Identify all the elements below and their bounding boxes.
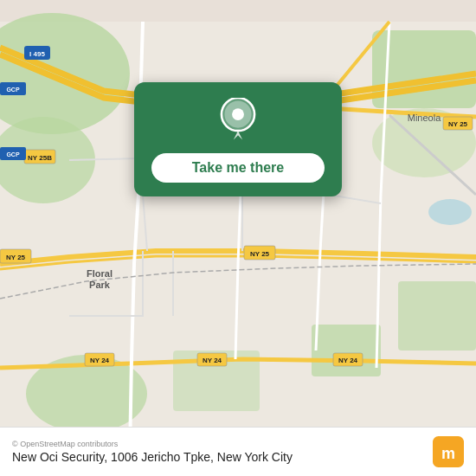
- svg-point-9: [428, 199, 472, 225]
- location-pin-icon: [215, 98, 261, 143]
- moovit-logo: m: [433, 436, 464, 467]
- bottom-bar: © OpenStreetMap contributors New Oci Sec…: [0, 427, 476, 476]
- svg-point-38: [232, 108, 244, 120]
- bottom-info: © OpenStreetMap contributors New Oci Sec…: [12, 440, 293, 464]
- svg-text:I 495: I 495: [29, 50, 45, 58]
- take-me-there-button[interactable]: Take me there: [151, 153, 325, 183]
- svg-text:GCP: GCP: [6, 87, 20, 93]
- svg-rect-5: [312, 325, 381, 376]
- location-name: New Oci Security, 1006 Jericho Tpke, New…: [12, 450, 293, 464]
- svg-text:NY 24: NY 24: [338, 357, 358, 364]
- svg-text:NY 25B: NY 25B: [28, 154, 52, 162]
- map-container: I 495 NY 25B NY 25 NY 24 NY 24 NY 24 NY …: [0, 0, 476, 476]
- popup-card: Take me there: [134, 82, 342, 196]
- svg-text:NY 25: NY 25: [6, 254, 26, 261]
- svg-text:NY 24: NY 24: [90, 357, 110, 364]
- svg-rect-6: [398, 281, 476, 351]
- moovit-logo-icon: m: [433, 436, 464, 467]
- svg-text:m: m: [441, 445, 455, 462]
- svg-text:Floral: Floral: [87, 268, 113, 279]
- svg-text:NY 24: NY 24: [203, 357, 222, 364]
- svg-text:NY 25: NY 25: [448, 120, 468, 128]
- svg-text:NY 25: NY 25: [250, 250, 270, 258]
- svg-text:Mineola: Mineola: [408, 113, 441, 123]
- svg-text:GCP: GCP: [6, 151, 20, 158]
- attribution-text: © OpenStreetMap contributors: [12, 440, 293, 448]
